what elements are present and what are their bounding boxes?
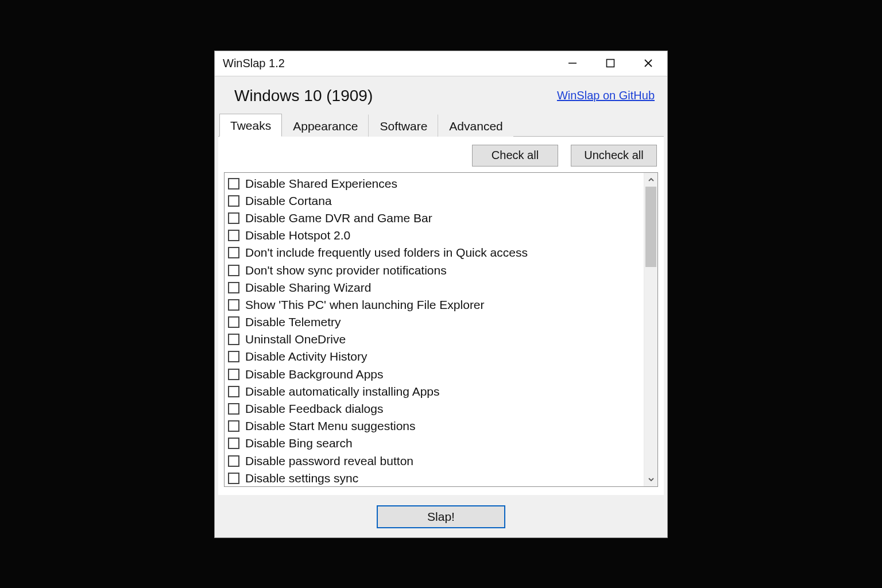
tweak-label: Disable Cortana xyxy=(245,194,332,208)
maximize-button[interactable] xyxy=(591,51,629,76)
tweak-row[interactable]: Disable automatically installing Apps xyxy=(228,383,641,400)
tweak-label: Show 'This PC' when launching File Explo… xyxy=(245,298,485,312)
tweak-checkbox[interactable] xyxy=(228,178,239,189)
app-window: WinSlap 1.2 Windows 10 (1909) WinSlap on… xyxy=(214,51,668,538)
scroll-up-arrow[interactable] xyxy=(644,173,658,187)
tweaks-list: Disable Shared ExperiencesDisable Cortan… xyxy=(225,173,644,486)
tweak-label: Disable Feedback dialogs xyxy=(245,402,383,416)
tweak-row[interactable]: Don't include frequently used folders in… xyxy=(228,244,641,261)
tweak-label: Disable automatically installing Apps xyxy=(245,385,440,399)
tweak-checkbox[interactable] xyxy=(228,265,239,276)
titlebar: WinSlap 1.2 xyxy=(215,51,667,76)
scrollbar[interactable] xyxy=(644,173,657,486)
slap-button[interactable]: Slap! xyxy=(377,505,505,528)
footer: Slap! xyxy=(215,498,667,537)
tweak-row[interactable]: Disable Telemetry xyxy=(228,314,641,331)
tweak-label: Disable Sharing Wizard xyxy=(245,281,371,295)
tweak-checkbox[interactable] xyxy=(228,316,239,328)
header: Windows 10 (1909) WinSlap on GitHub xyxy=(215,76,667,113)
tweak-row[interactable]: Disable Background Apps xyxy=(228,366,641,383)
tweak-checkbox[interactable] xyxy=(228,351,239,362)
tab-content: Check all Uncheck all Disable Shared Exp… xyxy=(218,136,664,495)
tweak-checkbox[interactable] xyxy=(228,386,239,397)
tab-tweaks[interactable]: Tweaks xyxy=(219,114,282,137)
tweak-checkbox[interactable] xyxy=(228,369,239,380)
uncheck-all-button[interactable]: Uncheck all xyxy=(571,145,657,167)
os-version: Windows 10 (1909) xyxy=(234,87,373,105)
tweak-row[interactable]: Disable Bing search xyxy=(228,435,641,452)
tweak-checkbox[interactable] xyxy=(228,195,239,207)
tweak-checkbox[interactable] xyxy=(228,334,239,345)
tab-bar: Tweaks Appearance Software Advanced xyxy=(215,113,667,136)
tweak-label: Disable settings sync xyxy=(245,471,358,485)
minimize-icon xyxy=(567,58,578,68)
scroll-down-arrow[interactable] xyxy=(644,473,658,486)
tweak-row[interactable]: Disable Cortana xyxy=(228,192,641,210)
tweak-checkbox[interactable] xyxy=(228,420,239,432)
tweak-row[interactable]: Disable Hotspot 2.0 xyxy=(228,227,641,244)
tweak-label: Disable Background Apps xyxy=(245,368,384,381)
tweak-checkbox[interactable] xyxy=(228,438,239,449)
tweak-label: Disable Game DVR and Game Bar xyxy=(245,211,432,225)
tweak-label: Uninstall OneDrive xyxy=(245,332,346,346)
tweak-row[interactable]: Disable Sharing Wizard xyxy=(228,279,641,296)
window-title: WinSlap 1.2 xyxy=(223,57,285,70)
tweak-checkbox[interactable] xyxy=(228,282,239,293)
tweak-row[interactable]: Disable Game DVR and Game Bar xyxy=(228,210,641,227)
tweaks-list-box: Disable Shared ExperiencesDisable Cortan… xyxy=(224,172,658,487)
tweak-row[interactable]: Disable password reveal button xyxy=(228,452,641,470)
chevron-up-icon xyxy=(648,176,655,183)
tweak-label: Don't show sync provider notifications xyxy=(245,264,447,277)
tweak-checkbox[interactable] xyxy=(228,299,239,311)
check-all-button[interactable]: Check all xyxy=(472,145,558,167)
tab-software[interactable]: Software xyxy=(369,114,438,137)
scroll-track[interactable] xyxy=(644,187,657,473)
tweak-label: Disable Bing search xyxy=(245,436,353,450)
chevron-down-icon xyxy=(648,476,655,483)
tweak-label: Disable Start Menu suggestions xyxy=(245,419,416,433)
tweak-label: Disable Shared Experiences xyxy=(245,177,397,191)
minimize-button[interactable] xyxy=(554,51,591,76)
tweak-label: Disable Telemetry xyxy=(245,315,341,329)
tweak-checkbox[interactable] xyxy=(228,403,239,415)
tweak-row[interactable]: Don't show sync provider notifications xyxy=(228,261,641,278)
tab-advanced[interactable]: Advanced xyxy=(438,114,513,137)
scroll-thumb[interactable] xyxy=(645,187,656,267)
tweak-label: Don't include frequently used folders in… xyxy=(245,246,528,260)
tweak-row[interactable]: Disable settings sync xyxy=(228,470,641,486)
tweak-checkbox[interactable] xyxy=(228,455,239,467)
tweak-row[interactable]: Show 'This PC' when launching File Explo… xyxy=(228,296,641,314)
tweak-checkbox[interactable] xyxy=(228,473,239,484)
close-button[interactable] xyxy=(629,51,667,76)
tweak-row[interactable]: Disable Start Menu suggestions xyxy=(228,417,641,435)
tab-appearance[interactable]: Appearance xyxy=(282,114,369,137)
tweak-label: Disable password reveal button xyxy=(245,454,413,468)
close-icon xyxy=(643,58,653,68)
github-link[interactable]: WinSlap on GitHub xyxy=(557,89,655,102)
tweak-row[interactable]: Disable Feedback dialogs xyxy=(228,400,641,417)
svg-rect-1 xyxy=(607,60,614,67)
tweak-row[interactable]: Disable Activity History xyxy=(228,348,641,365)
tweak-label: Disable Hotspot 2.0 xyxy=(245,229,350,242)
tweak-row[interactable]: Uninstall OneDrive xyxy=(228,331,641,348)
tweak-checkbox[interactable] xyxy=(228,247,239,258)
tweak-checkbox[interactable] xyxy=(228,212,239,224)
tweak-row[interactable]: Disable Shared Experiences xyxy=(228,175,641,192)
tweak-label: Disable Activity History xyxy=(245,350,367,363)
maximize-icon xyxy=(606,59,615,68)
bulk-actions: Check all Uncheck all xyxy=(224,142,658,172)
tweak-checkbox[interactable] xyxy=(228,230,239,241)
